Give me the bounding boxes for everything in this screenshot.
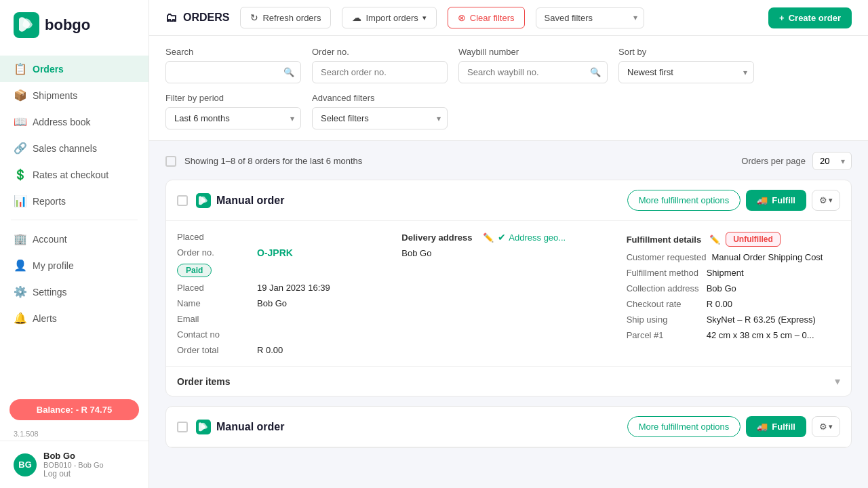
sort-select[interactable]: Newest first Oldest first bbox=[618, 61, 754, 83]
sidebar-item-alerts[interactable]: 🔔 Alerts bbox=[0, 305, 149, 331]
plus-icon: + bbox=[779, 13, 785, 23]
per-page-select[interactable]: 20 50 100 bbox=[812, 152, 852, 170]
fulfillment-header: Fulfillment details ✏️ Unfulfilled bbox=[627, 232, 840, 247]
sidebar-item-rates-label: Rates at checkout bbox=[33, 169, 108, 180]
settings-icon: ⚙️ bbox=[14, 285, 26, 298]
saved-filters-wrapper: Saved filters bbox=[536, 7, 644, 28]
top-bar: 🗂 ORDERS ↻ Refresh orders ☁ Import order… bbox=[149, 0, 868, 36]
fulfillment-method-value: Shipment bbox=[707, 268, 744, 278]
period-select-wrapper: Last 6 months Last 3 months Last month L… bbox=[165, 107, 301, 129]
checkout-rate-value: R 0.00 bbox=[707, 299, 732, 309]
balance-badge: Balance: - R 74.75 bbox=[9, 399, 139, 420]
version-text: 3.1.508 bbox=[0, 427, 149, 441]
orders-content: Showing 1–8 of 8 orders for the last 6 m… bbox=[149, 141, 868, 488]
period-select[interactable]: Last 6 months Last 3 months Last month L… bbox=[165, 107, 301, 129]
order-col-2: Delivery address ✏️ ✔ Address geo... Bob… bbox=[401, 232, 615, 355]
fulfill-button-1[interactable]: 🚚 Fulfill bbox=[746, 190, 806, 211]
period-filter-group: Filter by period Last 6 months Last 3 mo… bbox=[165, 93, 301, 129]
delivery-edit-icon[interactable]: ✏️ bbox=[483, 232, 494, 243]
rates-icon: 💲 bbox=[14, 168, 26, 181]
sidebar: bobgo 📋 Orders 📦 Shipments 📖 Address boo… bbox=[0, 0, 149, 488]
user-name: Bob Go bbox=[43, 451, 135, 461]
sidebar-item-shipments[interactable]: 📦 Shipments bbox=[0, 82, 149, 108]
sidebar-item-settings[interactable]: ⚙️ Settings bbox=[0, 279, 149, 305]
sales-channels-icon: 🔗 bbox=[14, 142, 26, 155]
parcel-value: 42 cm x 38 cm x 5 cm – 0... bbox=[707, 330, 814, 340]
fulfillment-edit-icon[interactable]: ✏️ bbox=[709, 235, 720, 245]
order-settings-button-1[interactable]: ⚙ ▾ bbox=[812, 190, 840, 211]
sidebar-item-rates-at-checkout[interactable]: 💲 Rates at checkout bbox=[0, 161, 149, 188]
placed-row: Placed 19 Jan 2023 16:39 bbox=[177, 283, 391, 293]
geo-check: ✔ Address geo... bbox=[498, 232, 566, 243]
parcel-row: Parcel #1 42 cm x 38 cm x 5 cm – 0... bbox=[627, 330, 840, 340]
collection-address-value: Bob Go bbox=[707, 283, 736, 293]
placed-value: 19 Jan 2023 16:39 bbox=[257, 283, 330, 293]
order-checkbox-1[interactable] bbox=[177, 195, 188, 206]
order-checkbox-2[interactable] bbox=[177, 422, 188, 432]
search-label: Search bbox=[165, 47, 301, 57]
create-order-button[interactable]: + Create order bbox=[768, 7, 852, 28]
sidebar-item-sales-channels[interactable]: 🔗 Sales channels bbox=[0, 135, 149, 161]
waybill-input[interactable] bbox=[458, 61, 608, 83]
more-fulfillment-button-1[interactable]: More fulfillment options bbox=[627, 190, 741, 211]
order-items-chevron-icon: ▾ bbox=[835, 375, 840, 388]
sidebar-item-address-book[interactable]: 📖 Address book bbox=[0, 108, 149, 135]
gear-icon-2: ⚙ bbox=[819, 422, 827, 432]
import-orders-button[interactable]: ☁ Import orders ▾ bbox=[342, 7, 436, 28]
page-title: 🗂 ORDERS bbox=[165, 11, 229, 25]
fulfillment-method-label: Fulfillment method bbox=[627, 268, 701, 278]
advanced-select[interactable]: Select filters bbox=[312, 107, 448, 129]
order-no-label: Order no. bbox=[312, 47, 448, 57]
user-info: Bob Go BOB010 - Bob Go Log out bbox=[43, 451, 135, 479]
filters-row-2: Filter by period Last 6 months Last 3 mo… bbox=[165, 93, 852, 129]
sidebar-navigation: 📋 Orders 📦 Shipments 📖 Address book 🔗 Sa… bbox=[0, 50, 149, 392]
order-logo-icon-2 bbox=[196, 420, 211, 434]
order-no-key: Order no. bbox=[177, 247, 252, 258]
customer-requested-row: Customer requested Manual Order Shipping… bbox=[627, 252, 840, 262]
sidebar-item-profile-label: My profile bbox=[33, 260, 74, 271]
order-settings-button-2[interactable]: ⚙ ▾ bbox=[812, 416, 840, 437]
select-all-checkbox[interactable] bbox=[165, 156, 176, 167]
total-row: Order total R 0.00 bbox=[177, 345, 391, 355]
showing-text: Showing 1–8 of 8 orders for the last 6 m… bbox=[184, 156, 362, 166]
sidebar-item-reports-label: Reports bbox=[33, 196, 66, 207]
more-fulfillment-button-2[interactable]: More fulfillment options bbox=[627, 416, 741, 437]
sort-label: Sort by bbox=[618, 47, 754, 57]
sort-filter-group: Sort by Newest first Oldest first bbox=[618, 47, 754, 83]
sidebar-item-account[interactable]: 🏢 Account bbox=[0, 226, 149, 252]
refresh-orders-button[interactable]: ↻ Refresh orders bbox=[240, 7, 331, 28]
order-items-row[interactable]: Order items ▾ bbox=[166, 366, 851, 396]
logout-link[interactable]: Log out bbox=[43, 469, 135, 479]
search-input-wrapper: 🔍 bbox=[165, 61, 301, 83]
sidebar-item-my-profile[interactable]: 👤 My profile bbox=[0, 252, 149, 279]
order-col-1: Placed Order no. O-JPRK Paid Placed 19 J… bbox=[177, 232, 391, 355]
collection-address-row: Collection address Bob Go bbox=[627, 283, 840, 293]
order-no-link[interactable]: O-JPRK bbox=[257, 247, 293, 258]
order-no-input[interactable] bbox=[312, 61, 448, 83]
order-card-1: Manual order More fulfillment options 🚚 … bbox=[165, 180, 852, 396]
filters-area: Search 🔍 Order no. Waybill number 🔍 bbox=[149, 36, 868, 141]
order-card-actions-1: More fulfillment options 🚚 Fulfill ⚙ ▾ bbox=[627, 190, 840, 211]
contact-row: Contact no bbox=[177, 329, 391, 340]
shipments-icon: 📦 bbox=[14, 89, 26, 102]
sidebar-item-reports[interactable]: 📊 Reports bbox=[0, 188, 149, 214]
search-input[interactable] bbox=[165, 61, 301, 83]
ship-using-label: Ship using bbox=[627, 314, 701, 325]
filters-row-1: Search 🔍 Order no. Waybill number 🔍 bbox=[165, 47, 852, 83]
sort-select-wrapper: Newest first Oldest first bbox=[618, 61, 754, 83]
search-icon: 🔍 bbox=[283, 67, 294, 77]
order-no-value-row: Order no. O-JPRK bbox=[177, 247, 391, 258]
saved-filters-select[interactable]: Saved filters bbox=[536, 7, 644, 28]
clear-filters-button[interactable]: ⊗ Clear filters bbox=[448, 7, 525, 28]
sidebar-item-orders[interactable]: 📋 Orders bbox=[0, 56, 149, 82]
search-filter-group: Search 🔍 bbox=[165, 47, 301, 83]
waybill-wrapper: 🔍 bbox=[458, 61, 608, 83]
avatar: BG bbox=[14, 453, 37, 476]
fulfill-button-2[interactable]: 🚚 Fulfill bbox=[746, 416, 806, 437]
name-label: Name bbox=[177, 298, 252, 308]
contact-label: Contact no bbox=[177, 329, 252, 340]
parcel-label: Parcel #1 bbox=[627, 330, 701, 340]
order-card-title-2: Manual order bbox=[196, 420, 619, 434]
order-type-label: Manual order bbox=[216, 195, 284, 207]
per-page-label: Orders per page bbox=[741, 156, 806, 166]
